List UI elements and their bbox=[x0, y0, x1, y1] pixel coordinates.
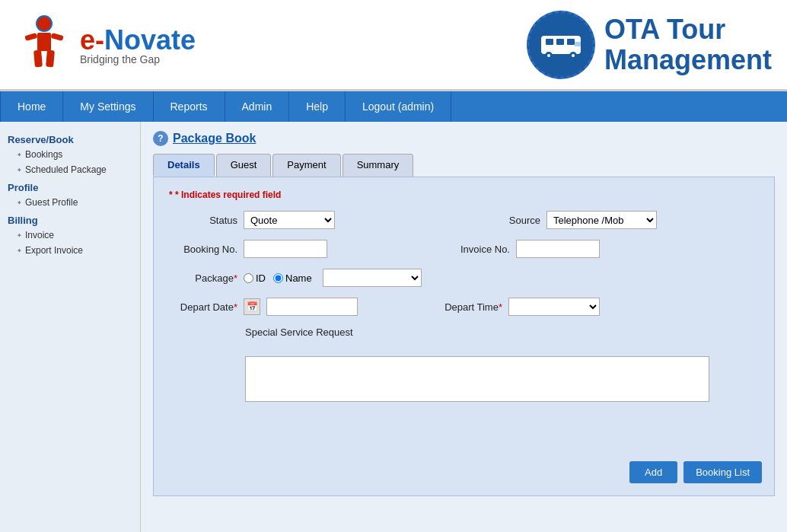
svg-rect-1 bbox=[37, 33, 51, 51]
logo-left: e-Novate Bridging the Gap bbox=[15, 12, 196, 77]
form-group-depart-time: Depart Time* bbox=[434, 298, 600, 316]
status-select[interactable]: Quote Confirmed Cancelled Pending bbox=[244, 211, 335, 229]
form-row-special-service: Special Service Request bbox=[245, 327, 759, 402]
page-title: Package Book bbox=[173, 132, 256, 145]
tab-details[interactable]: Details bbox=[153, 154, 215, 177]
svg-rect-3 bbox=[50, 33, 63, 41]
radio-name[interactable] bbox=[273, 273, 283, 283]
required-note: * * Indicates required field bbox=[169, 190, 759, 200]
logo-brand: e-Novate bbox=[80, 24, 196, 56]
svg-point-14 bbox=[572, 54, 575, 57]
nav-admin[interactable]: Admin bbox=[225, 91, 290, 122]
invoice-no-label: Invoice No. bbox=[441, 244, 510, 255]
sidebar-item-export-invoice[interactable]: Export Invoice bbox=[0, 243, 140, 258]
svg-rect-15 bbox=[575, 42, 581, 46]
form-group-booking-no: Booking No. bbox=[169, 240, 327, 258]
sidebar-section-profile: Profile bbox=[0, 177, 140, 195]
svg-rect-5 bbox=[46, 49, 55, 67]
source-label: Source bbox=[472, 215, 540, 226]
sidebar-section-reserve-book: Reserve/Book bbox=[0, 129, 140, 147]
svg-rect-2 bbox=[24, 33, 37, 41]
button-row: Add Booking List bbox=[629, 461, 762, 483]
depart-date-label: Depart Date* bbox=[169, 301, 237, 313]
sidebar-item-scheduled-package[interactable]: Scheduled Package bbox=[0, 162, 140, 177]
depart-time-select[interactable] bbox=[508, 298, 600, 316]
logo-icon bbox=[15, 12, 72, 77]
invoice-no-input[interactable] bbox=[516, 240, 600, 258]
radio-id[interactable] bbox=[244, 273, 253, 283]
svg-rect-8 bbox=[546, 39, 553, 45]
header: e-Novate Bridging the Gap bbox=[0, 0, 787, 91]
logo-right: OTA Tour Management bbox=[527, 11, 772, 79]
add-button[interactable]: Add bbox=[629, 461, 677, 483]
svg-rect-9 bbox=[556, 39, 564, 45]
tab-summary[interactable]: Summary bbox=[343, 154, 414, 177]
logo-text: e-Novate Bridging the Gap bbox=[80, 24, 196, 65]
content-area: ? Package Book Details Guest Payment Sum… bbox=[141, 122, 787, 532]
form-row-booking-invoice: Booking No. Invoice No. bbox=[169, 240, 759, 258]
calendar-button[interactable]: 📅 bbox=[244, 298, 260, 315]
package-label: Package* bbox=[169, 272, 237, 284]
page-title-row: ? Package Book bbox=[153, 131, 775, 146]
svg-point-12 bbox=[547, 54, 550, 57]
nav-reports[interactable]: Reports bbox=[154, 91, 225, 122]
special-service-label: Special Service Request bbox=[245, 327, 353, 338]
svg-rect-10 bbox=[567, 39, 575, 45]
package-select[interactable] bbox=[323, 269, 422, 287]
package-radio-group: ID Name bbox=[244, 272, 312, 284]
form-panel: * * Indicates required field Status Quot… bbox=[153, 177, 775, 496]
form-group-invoice-no: Invoice No. bbox=[441, 240, 600, 258]
form-row-depart: Depart Date* 📅 Depart Time* bbox=[169, 298, 759, 316]
required-note-text: * Indicates required field bbox=[175, 190, 281, 200]
form-group-depart-date: Depart Date* 📅 bbox=[169, 298, 358, 316]
sidebar-section-billing: Billing bbox=[0, 210, 140, 228]
sidebar-item-guest-profile[interactable]: Guest Profile bbox=[0, 195, 140, 210]
ota-title: OTA Tour Management bbox=[604, 14, 772, 75]
booking-no-label: Booking No. bbox=[169, 244, 237, 255]
special-service-textarea[interactable] bbox=[245, 356, 709, 402]
logo-tagline: Bridging the Gap bbox=[80, 53, 196, 65]
tab-payment[interactable]: Payment bbox=[272, 154, 340, 177]
nav-home[interactable]: Home bbox=[0, 91, 63, 122]
form-group-package: Package* ID Name bbox=[169, 269, 422, 287]
sidebar: Reserve/Book Bookings Scheduled Package … bbox=[0, 122, 141, 532]
navbar: Home My Settings Reports Admin Help Logo… bbox=[0, 91, 787, 122]
sidebar-item-invoice[interactable]: Invoice bbox=[0, 228, 140, 243]
source-select[interactable]: Telephone /Mob Email Walk-in Online bbox=[546, 211, 657, 229]
booking-no-input[interactable] bbox=[244, 240, 327, 258]
status-label: Status bbox=[169, 215, 237, 226]
form-group-source: Source Telephone /Mob Email Walk-in Onli… bbox=[472, 211, 657, 229]
main-layout: Reserve/Book Bookings Scheduled Package … bbox=[0, 122, 787, 532]
radio-name-label[interactable]: Name bbox=[273, 272, 312, 284]
help-icon[interactable]: ? bbox=[153, 131, 168, 146]
radio-id-label[interactable]: ID bbox=[244, 272, 266, 284]
nav-help[interactable]: Help bbox=[289, 91, 346, 122]
form-row-package: Package* ID Name bbox=[169, 269, 759, 287]
svg-rect-4 bbox=[33, 49, 43, 67]
sidebar-item-bookings[interactable]: Bookings bbox=[0, 147, 140, 162]
tab-guest[interactable]: Guest bbox=[216, 154, 272, 177]
depart-time-label: Depart Time* bbox=[434, 301, 502, 313]
tabs: Details Guest Payment Summary bbox=[153, 154, 775, 177]
required-asterisk: * bbox=[169, 190, 175, 200]
form-row-status-source: Status Quote Confirmed Cancelled Pending… bbox=[169, 211, 759, 229]
bus-icon bbox=[527, 11, 595, 79]
depart-date-input[interactable] bbox=[266, 298, 358, 316]
form-group-status: Status Quote Confirmed Cancelled Pending bbox=[169, 211, 335, 229]
nav-logout[interactable]: Logout (admin) bbox=[346, 91, 451, 122]
booking-list-button[interactable]: Booking List bbox=[683, 461, 762, 483]
nav-my-settings[interactable]: My Settings bbox=[63, 91, 153, 122]
